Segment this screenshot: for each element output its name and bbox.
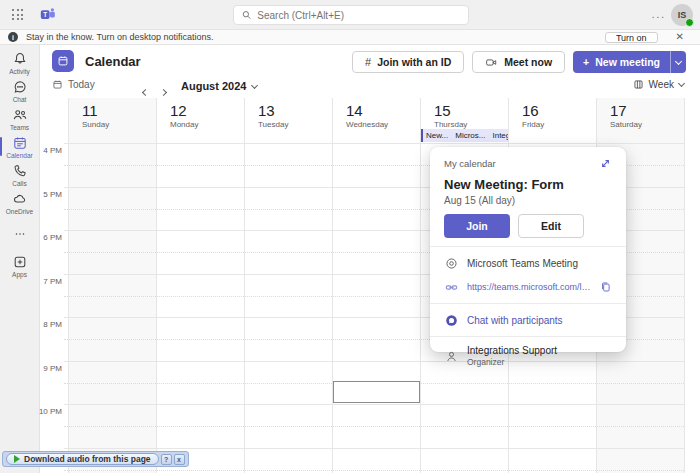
today-button[interactable]: Today [52, 79, 95, 90]
copy-icon[interactable] [600, 281, 612, 293]
rail-item-more[interactable] [0, 227, 40, 241]
top-bar: T ... IS [0, 0, 700, 30]
topbar-overflow-icon[interactable]: ... [652, 12, 666, 18]
divider [430, 303, 626, 304]
view-switcher[interactable]: Week [633, 79, 684, 90]
presence-available-icon [685, 18, 694, 27]
rail-item-activity[interactable]: Activity [0, 49, 40, 76]
time-label: 9 PM [38, 364, 62, 373]
banner-message: Stay in the know. Turn on desktop notifi… [26, 32, 597, 42]
day-header-sunday[interactable]: 11 Sunday [68, 98, 156, 143]
all-day-event-chip[interactable]: New... Micros... Integ... [421, 129, 508, 142]
meeting-link[interactable]: https://teams.microsoft.com/l/meetup-joi… [467, 282, 591, 292]
rail-item-teams[interactable]: Teams [0, 105, 40, 132]
person-icon [445, 350, 458, 363]
month-picker[interactable]: August 2024 [181, 80, 257, 92]
chat-participants-icon [445, 314, 458, 327]
day-header-wednesday[interactable]: 14 Wednesday [332, 98, 420, 143]
teams-logo-icon: T [40, 7, 56, 23]
download-audio-button[interactable]: Download audio from this page [6, 453, 159, 465]
day-column-monday[interactable] [156, 143, 244, 473]
rail-item-apps[interactable]: Apps [0, 252, 40, 279]
day-header-saturday[interactable]: 17 Saturday [596, 98, 684, 143]
teams-calendar-page: T ... IS i Stay in the know. Turn on des… [0, 0, 700, 473]
grid-right-border [684, 98, 685, 473]
info-icon: i [8, 32, 18, 42]
teams-meeting-icon [445, 257, 458, 270]
people-icon [12, 107, 28, 123]
meeting-type-label: Microsoft Teams Meeting [467, 258, 578, 269]
day-header-tuesday[interactable]: 13 Tuesday [244, 98, 332, 143]
search-input[interactable] [257, 10, 460, 21]
rail-item-onedrive[interactable]: OneDrive [0, 189, 40, 216]
join-button[interactable]: Join [444, 214, 510, 238]
avatar[interactable]: IS [671, 4, 693, 26]
calendar-icon [12, 135, 28, 151]
event-title: New Meeting: Form [444, 177, 612, 192]
day-column-tuesday[interactable] [244, 143, 332, 473]
time-label: 7 PM [38, 277, 62, 286]
waffle-menu-icon[interactable] [12, 9, 24, 21]
new-meeting-dropdown-button[interactable] [670, 51, 686, 73]
svg-text:T: T [43, 11, 47, 18]
chevron-down-icon [675, 57, 682, 64]
turn-on-button[interactable]: Turn on [605, 32, 658, 43]
next-week-button[interactable] [161, 81, 166, 99]
chevron-left-icon [142, 89, 149, 96]
bell-icon [12, 51, 28, 67]
today-calendar-icon [52, 79, 63, 90]
meet-now-button[interactable]: Meet now [472, 51, 565, 73]
selected-time-slot[interactable] [333, 381, 420, 403]
download-bar-help-button[interactable]: ? [161, 454, 172, 465]
link-icon [445, 281, 458, 294]
chevron-down-icon [678, 80, 685, 87]
week-view-icon [633, 79, 644, 90]
day-column-wednesday[interactable] [332, 143, 420, 473]
app-rail: Activity Chat Teams Calendar Calls OneDr… [0, 45, 40, 473]
cloud-icon [12, 191, 28, 207]
time-label: 10 PM [38, 407, 62, 416]
new-meeting-button[interactable]: + New meeting [573, 51, 670, 73]
search-icon [242, 10, 251, 20]
calendar-source-label: My calendar [444, 158, 496, 169]
date-nav: Today August 2024 Week [41, 79, 700, 98]
download-audio-bar: Download audio from this page ? x [2, 451, 189, 467]
event-details-popup: My calendar New Meeting: Form Aug 15 (Al… [430, 147, 626, 352]
plus-icon: + [583, 56, 589, 68]
chevron-right-icon [160, 89, 167, 96]
time-label: 8 PM [38, 320, 62, 329]
divider [430, 246, 626, 247]
day-header-friday[interactable]: 16 Friday [508, 98, 596, 143]
rail-item-calendar[interactable]: Calendar [0, 133, 40, 160]
edit-button[interactable]: Edit [518, 214, 584, 238]
divider [430, 336, 626, 337]
chevron-down-icon [251, 81, 258, 88]
rail-item-chat[interactable]: Chat [0, 77, 40, 104]
download-bar-close-button[interactable]: x [174, 454, 185, 465]
chat-icon [12, 79, 28, 95]
join-with-id-button[interactable]: # Join with an ID [352, 51, 464, 73]
time-label: 4 PM [38, 146, 62, 155]
banner-close-icon[interactable]: ✕ [676, 32, 684, 42]
day-header-monday[interactable]: 12 Monday [156, 98, 244, 143]
camera-icon [485, 56, 498, 69]
expand-icon[interactable] [599, 157, 612, 170]
page-title: Calendar [85, 54, 141, 69]
apps-plus-icon [12, 254, 28, 270]
ellipsis-icon [12, 227, 28, 241]
rail-item-calls[interactable]: Calls [0, 161, 40, 188]
avatar-initials: IS [678, 10, 687, 20]
day-column-sunday[interactable] [68, 143, 156, 473]
play-icon [14, 455, 20, 463]
calendar-app-icon [52, 50, 74, 72]
event-datetime: Aug 15 (All day) [444, 195, 612, 206]
prev-week-button[interactable] [143, 81, 148, 99]
download-audio-label: Download audio from this page [24, 454, 151, 464]
time-label: 5 PM [38, 190, 62, 199]
notification-banner: i Stay in the know. Turn on desktop noti… [0, 30, 700, 45]
new-meeting-split-button: + New meeting [573, 51, 686, 73]
calendar-header: Calendar # Join with an ID Meet now + Ne… [41, 45, 700, 79]
organizer-role: Organizer [467, 357, 557, 367]
search-box[interactable] [233, 5, 469, 25]
chat-with-participants-link[interactable]: Chat with participants [467, 315, 563, 326]
